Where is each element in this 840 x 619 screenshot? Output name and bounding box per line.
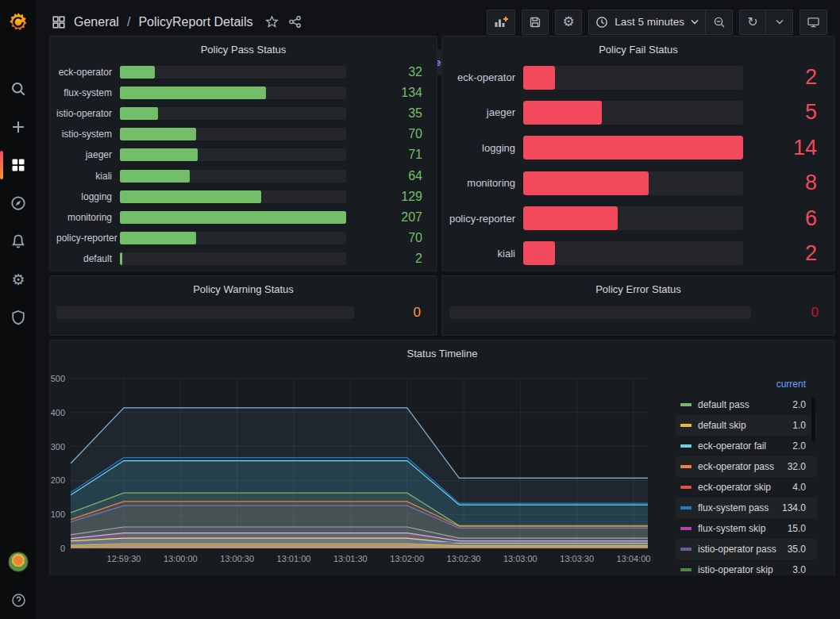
panel-title[interactable]: Policy Error Status — [442, 276, 834, 295]
legend-label: default pass — [698, 399, 792, 410]
add-panel-button[interactable] — [487, 10, 515, 35]
panel-policy-fail-status: Policy Fail Status eck-operator2 jaeger5… — [441, 36, 835, 271]
x-axis-tick-label: 13:04:00 — [617, 554, 651, 563]
gauge-value: 6 — [743, 206, 828, 231]
legend-item[interactable]: istio-operator pass35.0 — [676, 539, 817, 559]
y-axis-tick-label: 500 — [51, 374, 65, 383]
kiosk-mode-button[interactable] — [800, 10, 827, 35]
legend-item[interactable]: eck-operator pass32.0 — [676, 456, 817, 477]
gauge-row: eck-operator32 — [56, 65, 430, 79]
gauge-value: 134 — [346, 86, 430, 100]
gauge-row: jaeger5 — [449, 100, 828, 125]
panel-title[interactable]: Status Timeline — [50, 340, 834, 359]
gauge-bar — [120, 107, 158, 120]
gauge-value: 64 — [346, 169, 430, 183]
dashboard-grid: Policy Pass Status eck-operator32 flux-s… — [49, 36, 835, 575]
legend-header-current[interactable]: current — [676, 377, 817, 394]
add-panel-icon — [494, 16, 508, 29]
gauge-track — [120, 232, 346, 244]
legend-item[interactable]: default skip1.0 — [676, 415, 817, 436]
dashboards-grid-icon — [10, 157, 26, 173]
series-color-swatch — [680, 444, 692, 448]
legend-item[interactable]: eck-operator fail2.0 — [676, 436, 817, 456]
sidebar-item-help[interactable] — [0, 581, 37, 619]
gauge-value: 35 — [346, 106, 430, 121]
sidebar-item-profile[interactable] — [0, 543, 37, 581]
legend-scrollbar[interactable] — [811, 398, 815, 442]
refresh-interval-dropdown[interactable] — [766, 10, 793, 35]
panel-policy-error-status: Policy Error Status 0 — [441, 275, 835, 336]
gauge-bar — [120, 232, 196, 244]
gauge-row: flux-system134 — [56, 86, 430, 100]
grafana-logo[interactable] — [0, 0, 37, 44]
gauge-track — [120, 190, 346, 203]
gauge-row-label: eck-operator — [56, 67, 120, 78]
gauge-row: monitoring207 — [56, 210, 430, 225]
series-color-swatch — [680, 506, 692, 509]
panel-title[interactable]: Policy Pass Status — [50, 37, 437, 56]
gauge-track — [523, 206, 743, 230]
star-icon[interactable] — [265, 15, 279, 29]
gauge-bar — [120, 190, 261, 203]
gauge-bar — [120, 148, 198, 161]
gauge-row-label: eck-operator — [449, 71, 523, 83]
legend-label: flux-system skip — [698, 523, 788, 534]
legend-item[interactable]: istio-operator skip3.0 — [676, 559, 817, 575]
sidebar-item-server-admin[interactable] — [0, 298, 37, 336]
gauge-row-label: kiali — [56, 171, 120, 182]
x-axis-tick-label: 12:59:30 — [107, 554, 141, 563]
legend-item[interactable]: default pass2.0 — [676, 394, 817, 415]
gauge-bar — [523, 206, 618, 230]
help-question-icon — [11, 593, 26, 608]
gauge-row: jaeger71 — [56, 148, 430, 162]
save-icon — [529, 16, 541, 29]
sidebar-item-search[interactable] — [0, 70, 37, 108]
legend-item[interactable]: eck-operator skip4.0 — [676, 477, 817, 498]
sidebar-item-explore[interactable] — [0, 184, 37, 222]
refresh-button[interactable]: ↻ — [739, 10, 766, 35]
gauge-row-label: default — [56, 253, 120, 264]
gauge-row: istio-system70 — [56, 127, 430, 141]
gauge-bar — [523, 101, 602, 125]
panel-title[interactable]: Policy Fail Status — [442, 37, 834, 56]
zoom-out-time-button[interactable] — [706, 10, 733, 35]
gauge-row-label: monitoring — [449, 177, 523, 189]
gauge-bar — [120, 87, 266, 99]
x-axis-tick-label: 13:00:00 — [164, 554, 198, 563]
legend-item[interactable]: flux-system pass134.0 — [676, 498, 817, 518]
sidebar-item-alerting[interactable] — [0, 222, 37, 260]
gauge-value: 207 — [346, 210, 430, 225]
gauge-value: 71 — [346, 148, 430, 162]
legend-label: istio-operator pass — [698, 544, 788, 555]
gauge-value: 2 — [346, 252, 430, 266]
gauge-bar — [120, 211, 346, 224]
sidebar-item-dashboards[interactable] — [0, 146, 37, 184]
gauge-row-label: logging — [449, 142, 523, 154]
gauge-row: 0 — [449, 305, 828, 321]
panel-policy-pass-status: Policy Pass Status eck-operator32 flux-s… — [49, 36, 437, 271]
legend-current-value: 35.0 — [788, 544, 806, 555]
gauge-value: 70 — [346, 127, 430, 141]
panel-title[interactable]: Policy Warning Status — [50, 276, 437, 295]
gauge-row-label: logging — [56, 191, 120, 202]
time-range-picker[interactable]: Last 5 minutes — [588, 10, 706, 35]
gauge-row-label: jaeger — [449, 106, 523, 118]
legend-item[interactable]: flux-system skip15.0 — [676, 518, 817, 539]
sidebar-item-create[interactable] — [0, 108, 37, 146]
share-icon[interactable] — [288, 15, 302, 29]
page-title[interactable]: PolicyReport Details — [138, 15, 252, 29]
gauge-row: logging14 — [449, 136, 828, 160]
plus-icon — [10, 119, 26, 135]
gauge-track — [523, 66, 743, 90]
gauge-bar — [523, 241, 555, 265]
dashboard-settings-button[interactable]: ⚙ — [555, 10, 582, 35]
save-dashboard-button[interactable] — [522, 10, 549, 35]
y-axis-tick-label: 0 — [60, 544, 65, 553]
breadcrumb: General / PolicyReport Details — [52, 15, 302, 29]
gauge-track — [523, 171, 743, 195]
gauge-bar — [120, 128, 196, 140]
gauge-row: logging129 — [56, 190, 430, 204]
breadcrumb-folder[interactable]: General — [74, 15, 119, 29]
gauge-row: 0 — [56, 305, 430, 321]
sidebar-item-configuration[interactable]: ⚙ — [0, 260, 37, 298]
